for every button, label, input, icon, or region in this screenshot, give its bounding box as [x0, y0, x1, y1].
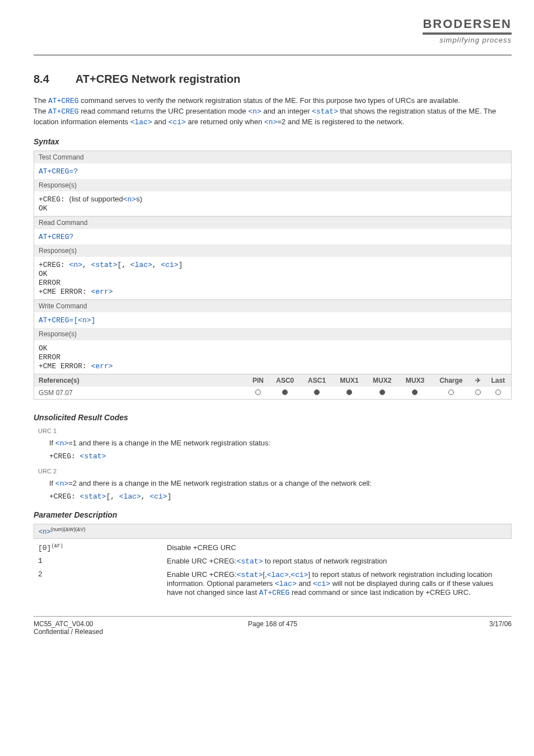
- param-ci[interactable]: <ci>: [168, 118, 186, 126]
- param-stat[interactable]: <stat>: [312, 107, 338, 116]
- asc1-indicator: [301, 387, 333, 399]
- section-heading: 8.4 AT+CREG Network registration: [34, 73, 512, 86]
- last-indicator: [485, 387, 511, 399]
- section-title: AT+CREG Network registration: [76, 73, 241, 85]
- footer-page: Page 168 of 475: [194, 620, 352, 636]
- param-lac[interactable]: <lac>: [119, 492, 141, 501]
- at-creg-link[interactable]: AT+CREG: [48, 97, 79, 105]
- brand-logo: BRODERSEN: [423, 17, 512, 31]
- urc2-label: URC 2: [38, 468, 512, 475]
- syntax-heading: Syntax: [34, 137, 512, 146]
- charge-indicator: [432, 387, 471, 399]
- page-header: BRODERSEN simplifying process: [34, 22, 512, 56]
- test-command-cmd: AT+CREG=?: [39, 167, 78, 176]
- read-command-header: Read Command: [34, 217, 511, 229]
- footer-confidential: Confidential / Released: [34, 628, 191, 636]
- intro-text: The AT+CREG command serves to verify the…: [34, 96, 512, 128]
- mux3-indicator: [399, 387, 432, 399]
- param-lac[interactable]: <lac>: [267, 571, 289, 579]
- param-lac[interactable]: <lac>: [275, 580, 297, 588]
- param-lac[interactable]: <lac>: [130, 118, 152, 126]
- param-ci[interactable]: <ci>: [313, 580, 330, 588]
- read-responses-header: Response(s): [34, 245, 511, 257]
- asc0-indicator: [269, 387, 301, 399]
- footer-date: 3/17/06: [354, 620, 512, 636]
- at-creg-link[interactable]: AT+CREG: [259, 589, 290, 597]
- test-command-block: Test Command AT+CREG=? Response(s) +CREG…: [34, 151, 512, 217]
- test-responses-header: Response(s): [34, 179, 511, 191]
- at-creg-link[interactable]: AT+CREG: [48, 107, 79, 116]
- params-table: [0](&F) Disable +CREG URC 1 Enable URC +…: [34, 541, 512, 599]
- references-block: Reference(s) PIN ASC0 ASC1 MUX1 MUX2 MUX…: [34, 374, 512, 400]
- table-row: [0](&F) Disable +CREG URC: [34, 541, 512, 555]
- page-footer: MC55_ATC_V04.00 Confidential / Released …: [34, 616, 512, 636]
- write-responses-header: Response(s): [34, 328, 511, 340]
- col-charge: Charge: [432, 374, 471, 387]
- footer-doc-id: MC55_ATC_V04.00: [34, 620, 191, 628]
- mux1-indicator: [333, 387, 366, 399]
- param-n[interactable]: <n>: [248, 107, 261, 116]
- col-pin: PIN: [247, 374, 269, 387]
- param-stat[interactable]: <stat>: [91, 261, 118, 269]
- param-stat[interactable]: <stat>: [237, 557, 263, 566]
- param-n[interactable]: <n>: [264, 118, 277, 126]
- urc1-label: URC 1: [38, 428, 512, 434]
- param-err[interactable]: <err>: [91, 362, 113, 370]
- col-mux1: MUX1: [333, 374, 366, 387]
- param-n-header: <n>(num)(&W)(&V): [34, 524, 512, 539]
- test-command-header: Test Command: [34, 151, 511, 163]
- col-mux3: MUX3: [399, 374, 432, 387]
- param-n[interactable]: <n>: [123, 195, 136, 204]
- reference-value: GSM 07.07: [34, 387, 247, 399]
- col-airplane-icon: ✈: [471, 374, 485, 387]
- urc1-body: If <n>=1 and there is a change in the ME…: [49, 438, 512, 462]
- col-asc1: ASC1: [301, 374, 333, 387]
- param-ci[interactable]: <ci>: [291, 571, 308, 579]
- param-n[interactable]: <n>: [55, 480, 68, 488]
- param-ci[interactable]: <ci>: [149, 492, 167, 501]
- urc-heading: Unsolicited Result Codes: [34, 413, 512, 422]
- col-mux2: MUX2: [366, 374, 399, 387]
- param-n[interactable]: <n>: [55, 439, 68, 448]
- col-last: Last: [485, 374, 511, 387]
- table-row: 2 Enable URC +CREG:<stat>[,<lac>,<ci>] t…: [34, 568, 512, 599]
- param-err[interactable]: <err>: [91, 288, 113, 296]
- write-command-block: Write Command AT+CREG=[<n>] Response(s) …: [34, 300, 512, 374]
- brand-tagline: simplifying process: [423, 36, 512, 44]
- urc2-body: If <n>=2 and there is a change in the ME…: [49, 478, 512, 503]
- params-heading: Parameter Description: [34, 510, 512, 519]
- col-asc0: ASC0: [269, 374, 301, 387]
- param-stat[interactable]: <stat>: [80, 492, 106, 501]
- param-stat[interactable]: <stat>: [80, 452, 106, 461]
- table-row: 1 Enable URC +CREG:<stat> to report stat…: [34, 555, 512, 568]
- read-command-cmd: AT+CREG?: [39, 233, 73, 241]
- read-command-block: Read Command AT+CREG? Response(s) +CREG:…: [34, 217, 512, 300]
- write-command-header: Write Command: [34, 300, 511, 312]
- mux2-indicator: [366, 387, 399, 399]
- airplane-indicator: [471, 387, 485, 399]
- param-stat[interactable]: <stat>: [237, 571, 263, 579]
- param-ci[interactable]: <ci>: [161, 261, 178, 269]
- param-lac[interactable]: <lac>: [130, 261, 152, 269]
- param-n[interactable]: <n>: [78, 316, 91, 325]
- references-header: Reference(s): [34, 374, 247, 387]
- section-number: 8.4: [34, 73, 73, 86]
- param-n[interactable]: <n>: [69, 261, 82, 269]
- pin-indicator: [247, 387, 269, 399]
